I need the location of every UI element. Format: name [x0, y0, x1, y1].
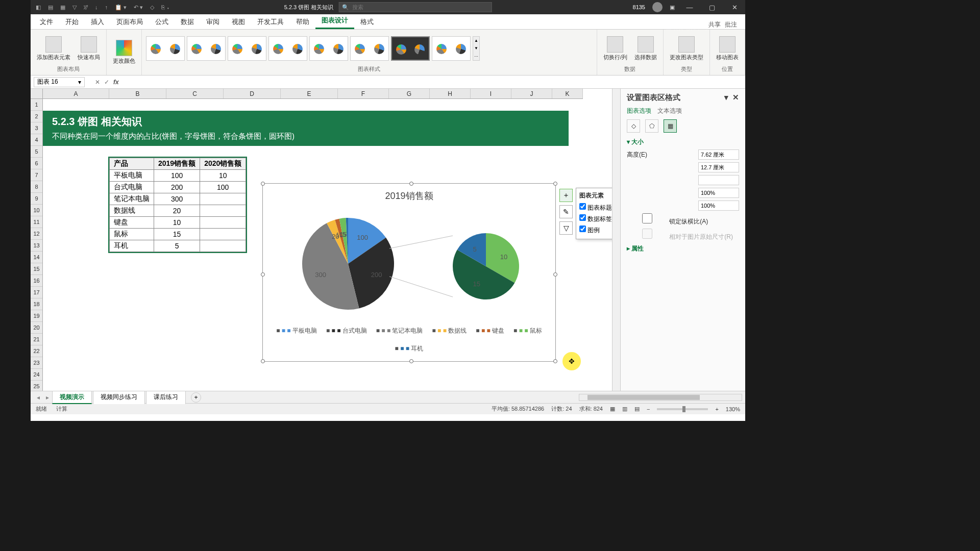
table-cell[interactable]: 鼠标 [110, 229, 154, 240]
select-data-button[interactable]: 选择数据 [632, 35, 659, 62]
row-header-16[interactable]: 16 [31, 275, 42, 287]
col-header-E[interactable]: E [281, 89, 338, 98]
zoom-level[interactable]: 130% [726, 406, 740, 412]
row-header-1[interactable]: 1 [31, 99, 42, 111]
table-cell[interactable] [200, 229, 246, 240]
row-header-20[interactable]: 20 [31, 322, 42, 334]
cells[interactable]: 5.2.3 饼图 相关知识 不同种类在同一个维度内的占比(饼图，字母饼图，符合条… [43, 99, 612, 391]
col-header-I[interactable]: I [471, 89, 511, 98]
table-cell[interactable]: 键盘 [110, 217, 154, 229]
sheet-nav-next[interactable]: ▸ [43, 394, 52, 401]
table-cell[interactable] [200, 193, 246, 205]
chart-style-3[interactable] [228, 36, 266, 61]
col-header-A[interactable]: A [43, 89, 109, 98]
row-header-17[interactable]: 17 [31, 287, 42, 298]
row-header-23[interactable]: 23 [31, 357, 42, 369]
table-cell[interactable]: 数据线 [110, 205, 154, 217]
name-box[interactable]: 图表 16▾ [34, 77, 85, 87]
sheet-nav-prev[interactable]: ◂ [34, 394, 43, 401]
column-headers[interactable]: ABCDEFGHIJK [43, 89, 583, 99]
col-header-C[interactable]: C [166, 89, 224, 98]
row-header-25[interactable]: 25 [31, 381, 42, 391]
sheet-tab[interactable]: 视频同步练习 [93, 391, 145, 404]
table-cell[interactable]: 台式电脑 [110, 182, 154, 193]
chart-style-6[interactable] [350, 36, 389, 61]
row-header-15[interactable]: 15 [31, 263, 42, 275]
chart-title[interactable]: 2019销售额 [263, 184, 555, 205]
flyout-checkbox[interactable]: 图例 [579, 224, 612, 236]
chart-style-4[interactable] [268, 36, 307, 61]
row-header-24[interactable]: 24 [31, 369, 42, 381]
paste-icon[interactable]: 📋 ▾ [115, 4, 127, 11]
add-sheet-button[interactable]: + [191, 392, 201, 403]
chart-filters-button[interactable]: ▽ [559, 221, 573, 235]
col-header-J[interactable]: J [511, 89, 552, 98]
legend-item[interactable]: ■ 鼠标 [513, 327, 542, 335]
height-input[interactable] [698, 149, 739, 160]
table-cell[interactable]: 100 [200, 182, 246, 193]
row-header-18[interactable]: 18 [31, 298, 42, 310]
view-break-icon[interactable]: ▤ [634, 406, 640, 412]
tab-视图[interactable]: 视图 [226, 15, 251, 29]
table-cell[interactable] [200, 217, 246, 229]
col-header-G[interactable]: G [389, 89, 430, 98]
tab-格式[interactable]: 格式 [354, 15, 380, 29]
table-cell[interactable]: 10 [154, 217, 200, 229]
size-props-icon[interactable]: ▦ [664, 119, 677, 133]
table-cell[interactable]: 20 [154, 205, 200, 217]
save-icon[interactable]: ▤ [48, 4, 53, 11]
pane-tab-chart-options[interactable]: 图表选项 [627, 107, 651, 115]
fx-icon[interactable]: fx [113, 79, 119, 86]
row-header-10[interactable]: 10 [31, 205, 42, 216]
ribbon-mode-icon[interactable]: ▣ [670, 4, 675, 11]
chart-style-2[interactable] [187, 36, 226, 61]
cancel-entry-icon[interactable]: ✕ [95, 79, 100, 86]
row-header-22[interactable]: 22 [31, 345, 42, 357]
row-header-2[interactable]: 2 [31, 111, 42, 122]
table-cell[interactable]: 耳机 [110, 240, 154, 252]
row-header-12[interactable]: 12 [31, 228, 42, 240]
search-input[interactable] [352, 4, 488, 10]
add-chart-element-button[interactable]: 添加图表元素 [35, 35, 72, 62]
switch-row-col-button[interactable]: 切换行/列 [601, 35, 629, 62]
scale-h-input[interactable] [698, 188, 739, 198]
grid[interactable]: ABCDEFGHIJK 1234567891011121314151617181… [31, 89, 612, 391]
effects-icon[interactable]: ⬠ [645, 119, 658, 133]
filter-icon[interactable]: ▽ [72, 4, 77, 11]
flyout-checkbox[interactable]: 数据标签 [579, 213, 612, 224]
legend-item[interactable]: ■ 键盘 [476, 327, 504, 335]
zoom-slider[interactable] [657, 408, 708, 410]
copy-icon[interactable]: ⎘ ▾ [161, 4, 170, 11]
zoom-in-button[interactable]: + [715, 406, 718, 412]
table-cell[interactable]: 15 [154, 229, 200, 240]
view-normal-icon[interactable]: ▦ [610, 406, 615, 412]
legend-item[interactable]: ■ 数据线 [432, 327, 467, 335]
chart-style-5[interactable] [309, 36, 348, 61]
sheet-tab[interactable]: 视频演示 [52, 391, 92, 404]
lock-aspect-checkbox[interactable]: 锁定纵横比(A) [627, 213, 708, 226]
tab-帮助[interactable]: 帮助 [290, 15, 315, 29]
table-cell[interactable]: 10 [200, 170, 246, 182]
legend-item[interactable]: ■ 台式电脑 [326, 327, 367, 335]
chart-legend[interactable]: ■ 平板电脑■ 台式电脑■ 笔记本电脑■ 数据线■ 键盘■ 鼠标■ 耳机 [263, 322, 555, 357]
pane-close-icon[interactable]: ✕ [732, 93, 739, 102]
maximize-button[interactable]: ▢ [704, 4, 720, 11]
chart-style-7[interactable] [391, 36, 430, 61]
user-avatar[interactable] [652, 2, 663, 12]
table-cell[interactable]: 平板电脑 [110, 170, 154, 182]
table-cell[interactable]: 200 [154, 182, 200, 193]
gallery-scroll[interactable]: ▲▼⋯ [473, 36, 480, 61]
width-input[interactable] [698, 162, 739, 172]
col-header-F[interactable]: F [338, 89, 389, 98]
section-size[interactable]: ▾ 大小 [627, 138, 739, 146]
legend-item[interactable]: ■ 笔记本电脑 [376, 327, 423, 335]
row-headers[interactable]: 1234567891011121314151617181920212223242… [31, 99, 43, 391]
row-header-8[interactable]: 8 [31, 181, 42, 193]
select-all-corner[interactable] [31, 89, 43, 99]
horizontal-scrollbar[interactable] [579, 394, 742, 401]
row-header-5[interactable]: 5 [31, 146, 42, 158]
row-header-6[interactable]: 6 [31, 158, 42, 169]
pane-dropdown-icon[interactable]: ▾ [724, 93, 728, 102]
chart-elements-button[interactable]: ＋ [559, 189, 573, 202]
row-header-11[interactable]: 11 [31, 216, 42, 228]
